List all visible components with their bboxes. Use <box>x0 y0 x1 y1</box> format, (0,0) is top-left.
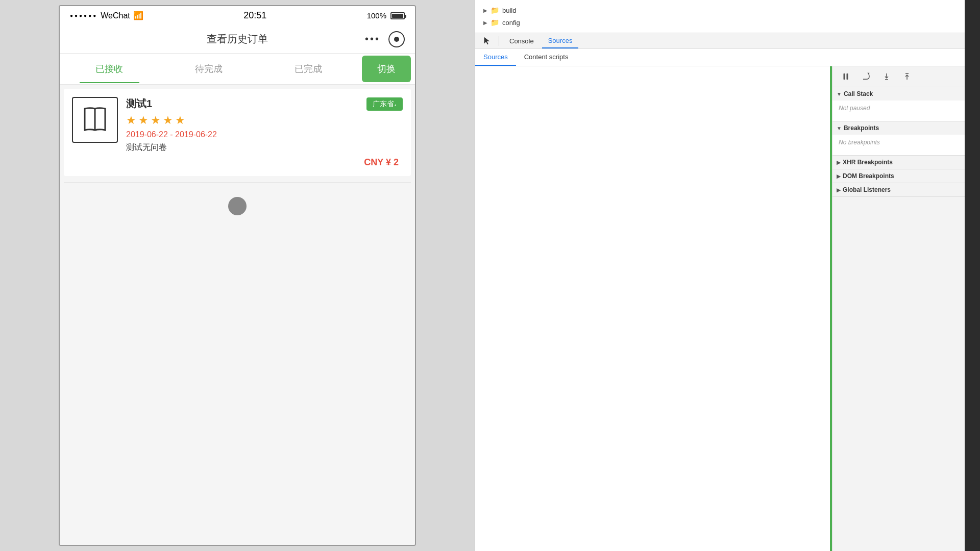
folder-icon-config: 📁 <box>491 18 499 27</box>
order-card: 测试1 广东省، ★ ★ ★ ★ ★ 2019-06-22 - 2019-06-… <box>64 89 411 176</box>
dom-breakpoints-label: DOM Breakpoints <box>843 172 894 180</box>
tab-completed-label: 已完成 <box>295 64 322 74</box>
call-stack-arrow: ▼ <box>837 91 842 97</box>
pause-icon <box>841 72 850 81</box>
debugger-panel: ▼ Call Stack Not paused ▼ Breakpoints No… <box>832 66 965 551</box>
battery-icon <box>390 12 405 19</box>
step-into-button[interactable] <box>879 69 894 84</box>
tree-item-build[interactable]: ▶ 📁 build <box>475 4 965 16</box>
tab-received[interactable]: 已接收 <box>60 55 159 83</box>
status-bar: ●●●●●● WeChat 📶 20:51 100% <box>60 6 415 25</box>
step-into-icon <box>882 72 891 81</box>
xhr-arrow: ▶ <box>837 160 841 165</box>
call-stack-section: ▼ Call Stack Not paused <box>832 87 965 121</box>
order-info: 测试1 广东省، ★ ★ ★ ★ ★ 2019-06-22 - 2019-06-… <box>126 97 403 157</box>
sources-sub-tab-sources[interactable]: Sources <box>475 49 516 66</box>
global-listeners-arrow: ▶ <box>837 187 841 193</box>
global-listeners-section: ▶ Global Listeners <box>832 183 965 197</box>
breakpoints-empty-text: No breakpoints <box>839 139 880 146</box>
debugger-toolbar <box>832 66 965 87</box>
cursor-button[interactable] <box>479 33 495 48</box>
carrier-label: WeChat <box>101 11 130 20</box>
record-dot <box>394 37 399 42</box>
stars-row: ★ ★ ★ ★ ★ <box>126 114 403 127</box>
tab-console[interactable]: Console <box>503 34 540 48</box>
svg-rect-1 <box>844 73 845 80</box>
loading-dot <box>228 197 247 215</box>
global-listeners-label: Global Listeners <box>843 186 891 193</box>
call-stack-empty-text: Not paused <box>839 105 870 112</box>
record-button[interactable] <box>388 31 405 47</box>
sources-sub-tab-content[interactable]: Content scripts <box>516 49 577 66</box>
book-icon <box>80 105 110 135</box>
breakpoints-header[interactable]: ▼ Breakpoints <box>832 121 965 135</box>
dom-breakpoints-header[interactable]: ▶ DOM Breakpoints <box>832 169 965 183</box>
sources-tab-label: Sources <box>483 53 508 61</box>
status-time: 20:51 <box>143 10 367 21</box>
tab-divider <box>499 36 499 46</box>
star-5: ★ <box>175 114 185 127</box>
page-title: 查看历史订单 <box>207 32 268 46</box>
step-over-button[interactable] <box>859 69 873 84</box>
tab-switch-button[interactable]: 切换 <box>362 56 411 82</box>
dom-arrow: ▶ <box>837 173 841 179</box>
devtools-panel: ▶ 📁 build ▶ 📁 config Console Sources Sou… <box>475 0 965 551</box>
tab-pending-label: 待完成 <box>195 64 223 74</box>
status-right: 100% <box>367 11 405 20</box>
xhr-breakpoints-header[interactable]: ▶ XHR Breakpoints <box>832 156 965 169</box>
phone-frame: ●●●●●● WeChat 📶 20:51 100% 查看历史订单 ••• <box>59 5 416 546</box>
step-over-icon <box>862 72 871 81</box>
battery-fill <box>392 14 403 18</box>
order-title-row: 测试1 广东省، <box>126 97 403 111</box>
header-icons: ••• <box>365 31 405 47</box>
battery-percent: 100% <box>367 11 386 20</box>
devtools-tabs: Console Sources <box>475 33 965 49</box>
tree-arrow-config: ▶ <box>483 20 487 26</box>
call-stack-header[interactable]: ▼ Call Stack <box>832 87 965 101</box>
book-icon-wrapper <box>72 97 118 143</box>
star-4: ★ <box>163 114 173 127</box>
card-divider <box>64 182 411 183</box>
folder-icon-build: 📁 <box>491 6 499 14</box>
breakpoints-content: No breakpoints <box>832 135 965 155</box>
tree-label-config: config <box>502 19 520 27</box>
breakpoints-label: Breakpoints <box>844 124 879 132</box>
call-stack-content: Not paused <box>832 101 965 121</box>
more-options-icon[interactable]: ••• <box>365 33 380 45</box>
sources-main: ▼ Call Stack Not paused ▼ Breakpoints No… <box>475 66 965 551</box>
xhr-breakpoints-label: XHR Breakpoints <box>843 159 893 166</box>
questionnaire-label: 测试无问卷 <box>126 142 403 153</box>
step-out-button[interactable] <box>900 69 914 84</box>
page-header: 查看历史订单 ••• <box>60 25 415 54</box>
order-header: 测试1 广东省، ★ ★ ★ ★ ★ 2019-06-22 - 2019-06-… <box>72 97 403 157</box>
tab-sources-main[interactable]: Sources <box>542 34 579 48</box>
xhr-breakpoints-section: ▶ XHR Breakpoints <box>832 156 965 169</box>
region-badge: 广东省، <box>366 97 403 111</box>
breakpoints-section: ▼ Breakpoints No breakpoints <box>832 121 965 156</box>
star-1: ★ <box>126 114 136 127</box>
sources-content <box>475 66 832 551</box>
star-3: ★ <box>151 114 161 127</box>
tab-switch-label: 切换 <box>377 64 396 74</box>
wifi-icon: 📶 <box>133 11 143 20</box>
tree-item-config[interactable]: ▶ 📁 config <box>475 16 965 29</box>
tab-pending[interactable]: 待完成 <box>159 55 259 83</box>
pause-button[interactable] <box>839 69 853 84</box>
file-tree: ▶ 📁 build ▶ 📁 config <box>475 0 965 33</box>
tree-label-build: build <box>502 7 516 14</box>
content-scripts-tab-label: Content scripts <box>524 53 569 61</box>
tab-completed[interactable]: 已完成 <box>258 55 358 83</box>
global-listeners-header[interactable]: ▶ Global Listeners <box>832 183 965 196</box>
phone-simulator-area: ●●●●●● WeChat 📶 20:51 100% 查看历史订单 ••• <box>0 0 475 551</box>
call-stack-label: Call Stack <box>844 90 873 97</box>
tab-console-label: Console <box>509 37 534 45</box>
breakpoints-arrow: ▼ <box>837 126 842 131</box>
tree-arrow-build: ▶ <box>483 8 487 13</box>
content-area[interactable]: 测试1 广东省، ★ ★ ★ ★ ★ 2019-06-22 - 2019-06-… <box>60 85 415 545</box>
tabs-row: 已接收 待完成 已完成 切换 <box>60 54 415 85</box>
signal-dots: ●●●●●● <box>70 13 97 18</box>
order-name: 测试1 <box>126 97 152 111</box>
price-row: CNY ¥ 2 <box>72 157 403 168</box>
right-edge <box>965 0 980 551</box>
step-out-icon <box>902 72 912 81</box>
